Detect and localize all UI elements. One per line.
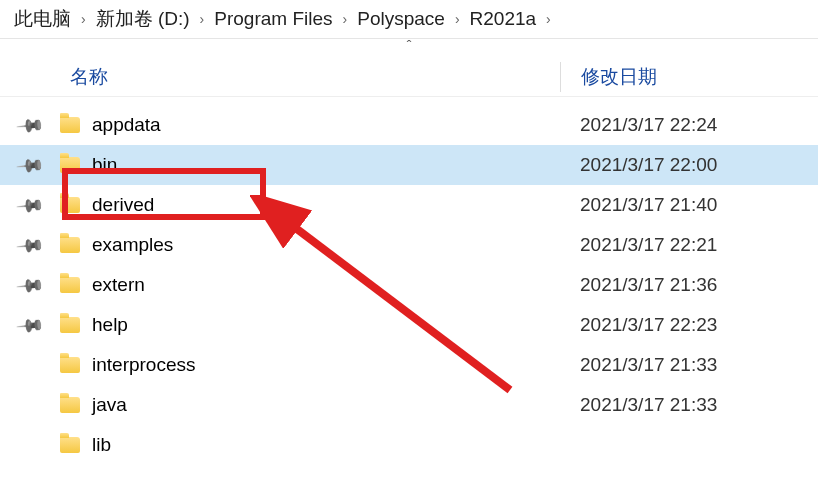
column-header-date[interactable]: 修改日期 xyxy=(561,64,818,90)
folder-row-interprocess[interactable]: interprocess2021/3/17 21:33 xyxy=(0,345,818,385)
breadcrumb-item-0[interactable]: 此电脑 xyxy=(14,6,71,32)
folder-date: 2021/3/17 22:24 xyxy=(560,114,818,136)
pin-icon[interactable]: 📌 xyxy=(0,314,60,336)
folder-row-lib[interactable]: lib xyxy=(0,425,818,465)
folder-icon xyxy=(60,237,86,253)
folder-row-java[interactable]: java2021/3/17 21:33 xyxy=(0,385,818,425)
sort-indicator-icon[interactable]: ˆ xyxy=(0,39,818,57)
folder-icon xyxy=(60,197,86,213)
pin-icon[interactable]: 📌 xyxy=(0,274,60,296)
folder-date: 2021/3/17 21:40 xyxy=(560,194,818,216)
folder-icon xyxy=(60,397,86,413)
chevron-right-icon[interactable]: › xyxy=(200,11,205,27)
folder-row-examples[interactable]: 📌examples2021/3/17 22:21 xyxy=(0,225,818,265)
folder-row-derived[interactable]: 📌derived2021/3/17 21:40 xyxy=(0,185,818,225)
breadcrumb-item-3[interactable]: Polyspace xyxy=(357,8,445,30)
breadcrumb[interactable]: 此电脑 › 新加卷 (D:) › Program Files › Polyspa… xyxy=(0,0,818,39)
chevron-right-icon[interactable]: › xyxy=(546,11,551,27)
folder-date: 2021/3/17 22:00 xyxy=(560,154,818,176)
pin-icon[interactable]: 📌 xyxy=(0,194,60,216)
folder-row-appdata[interactable]: 📌appdata2021/3/17 22:24 xyxy=(0,105,818,145)
folder-name[interactable]: interprocess xyxy=(86,354,560,376)
pin-icon[interactable]: 📌 xyxy=(0,234,60,256)
folder-date: 2021/3/17 21:36 xyxy=(560,274,818,296)
folder-date: 2021/3/17 21:33 xyxy=(560,354,818,376)
folder-icon xyxy=(60,117,86,133)
chevron-right-icon[interactable]: › xyxy=(81,11,86,27)
column-header-name[interactable]: 名称 xyxy=(0,64,560,90)
folder-icon xyxy=(60,317,86,333)
folder-name[interactable]: bin xyxy=(86,154,560,176)
folder-name[interactable]: appdata xyxy=(86,114,560,136)
folder-icon xyxy=(60,437,86,453)
breadcrumb-item-2[interactable]: Program Files xyxy=(214,8,332,30)
folder-icon xyxy=(60,277,86,293)
folder-name[interactable]: examples xyxy=(86,234,560,256)
folder-name[interactable]: derived xyxy=(86,194,560,216)
folder-icon xyxy=(60,357,86,373)
columns-header: 名称 修改日期 xyxy=(0,57,818,97)
file-list: 📌appdata2021/3/17 22:24📌bin2021/3/17 22:… xyxy=(0,105,818,465)
chevron-right-icon[interactable]: › xyxy=(343,11,348,27)
chevron-right-icon[interactable]: › xyxy=(455,11,460,27)
folder-name[interactable]: lib xyxy=(86,434,560,456)
breadcrumb-item-4[interactable]: R2021a xyxy=(470,8,537,30)
folder-name[interactable]: help xyxy=(86,314,560,336)
pin-icon[interactable]: 📌 xyxy=(0,154,60,176)
breadcrumb-item-1[interactable]: 新加卷 (D:) xyxy=(96,6,190,32)
folder-row-bin[interactable]: 📌bin2021/3/17 22:00 xyxy=(0,145,818,185)
pin-icon[interactable]: 📌 xyxy=(0,114,60,136)
folder-icon xyxy=(60,157,86,173)
folder-name[interactable]: extern xyxy=(86,274,560,296)
folder-date: 2021/3/17 22:23 xyxy=(560,314,818,336)
folder-row-extern[interactable]: 📌extern2021/3/17 21:36 xyxy=(0,265,818,305)
folder-date: 2021/3/17 22:21 xyxy=(560,234,818,256)
folder-name[interactable]: java xyxy=(86,394,560,416)
folder-row-help[interactable]: 📌help2021/3/17 22:23 xyxy=(0,305,818,345)
folder-date: 2021/3/17 21:33 xyxy=(560,394,818,416)
